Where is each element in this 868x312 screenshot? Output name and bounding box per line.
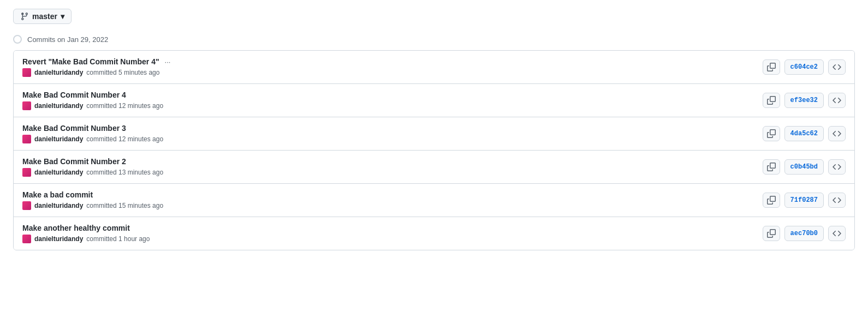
- copy-icon: [767, 96, 776, 105]
- commit-author: danielturidandy: [34, 135, 83, 143]
- commit-time: committed 1 hour ago: [86, 235, 150, 243]
- browse-code-button[interactable]: [828, 159, 846, 175]
- commit-ellipsis-button[interactable]: ···: [164, 58, 172, 66]
- code-icon: [833, 96, 841, 105]
- commit-actions: 71f0287: [763, 193, 846, 208]
- commit-hash-button[interactable]: aec70b0: [784, 226, 824, 241]
- commit-meta: danielturidandy committed 12 minutes ago: [22, 135, 763, 143]
- date-header-text: Commits on Jan 29, 2022: [27, 35, 108, 44]
- copy-hash-button[interactable]: [763, 59, 780, 75]
- commit-time: committed 15 minutes ago: [86, 202, 163, 209]
- code-icon: [833, 129, 841, 138]
- branch-selector[interactable]: master ▾: [13, 9, 72, 24]
- commit-meta: danielturidandy committed 1 hour ago: [22, 235, 763, 243]
- browse-code-button[interactable]: [828, 226, 846, 241]
- commit-actions: aec70b0: [763, 226, 846, 241]
- commit-row: Make Bad Commit Number 3 danielturidandy…: [14, 117, 854, 151]
- commit-hash-button[interactable]: 4da5c62: [784, 126, 824, 141]
- commit-author: danielturidandy: [34, 169, 83, 176]
- commits-date-header: Commits on Jan 29, 2022: [13, 35, 855, 44]
- commit-info: Make a bad commit danielturidandy commit…: [22, 190, 763, 210]
- copy-hash-button[interactable]: [763, 193, 780, 208]
- commit-meta: danielturidandy committed 12 minutes ago: [22, 101, 763, 110]
- commit-info: Make Bad Commit Number 4 danielturidandy…: [22, 91, 763, 110]
- browse-code-button[interactable]: [828, 126, 846, 141]
- commit-info: Revert "Make Bad Commit Number 4" ··· da…: [22, 57, 763, 77]
- commit-meta: danielturidandy committed 13 minutes ago: [22, 168, 763, 177]
- avatar: [22, 135, 31, 143]
- commit-title: Make Bad Commit Number 4: [22, 91, 763, 99]
- commit-actions: c0b45bd: [763, 159, 846, 175]
- code-icon: [833, 196, 841, 205]
- branch-dropdown-arrow: ▾: [61, 12, 64, 21]
- code-icon: [833, 63, 841, 71]
- commit-hash-button[interactable]: ef3ee32: [784, 93, 824, 108]
- commit-author: danielturidandy: [34, 69, 83, 76]
- commit-title-text: Make Bad Commit Number 3: [22, 124, 126, 133]
- browse-code-button[interactable]: [828, 59, 846, 75]
- copy-hash-button[interactable]: [763, 226, 780, 241]
- commit-title: Make Bad Commit Number 3: [22, 124, 763, 133]
- commit-hash-button[interactable]: c604ce2: [784, 59, 824, 75]
- commit-row: Revert "Make Bad Commit Number 4" ··· da…: [14, 51, 854, 84]
- commit-row: Make Bad Commit Number 2 danielturidandy…: [14, 151, 854, 184]
- commit-time: committed 5 minutes ago: [86, 69, 159, 76]
- commit-time: committed 13 minutes ago: [86, 169, 163, 176]
- commit-info: Make another healthy commit danielturida…: [22, 224, 763, 243]
- commit-author: danielturidandy: [34, 235, 83, 243]
- commit-row: Make another healthy commit danielturida…: [14, 217, 854, 250]
- branch-label: master: [32, 12, 57, 21]
- copy-icon: [767, 163, 776, 171]
- copy-hash-button[interactable]: [763, 126, 780, 141]
- commit-title-text: Make another healthy commit: [22, 224, 130, 232]
- commit-row: Make a bad commit danielturidandy commit…: [14, 184, 854, 217]
- browse-code-button[interactable]: [828, 193, 846, 208]
- avatar: [22, 201, 31, 210]
- commit-info: Make Bad Commit Number 2 danielturidandy…: [22, 157, 763, 177]
- commit-actions: ef3ee32: [763, 93, 846, 108]
- commit-title-text: Make a bad commit: [22, 190, 93, 199]
- browse-code-button[interactable]: [828, 93, 846, 108]
- commit-title-text: Revert "Make Bad Commit Number 4": [22, 57, 159, 66]
- timeline-circle-icon: [13, 35, 22, 44]
- avatar: [22, 68, 31, 77]
- copy-icon: [767, 196, 776, 205]
- commit-author: danielturidandy: [34, 202, 83, 209]
- commit-title: Revert "Make Bad Commit Number 4" ···: [22, 57, 763, 66]
- code-icon: [833, 229, 841, 238]
- commit-meta: danielturidandy committed 5 minutes ago: [22, 68, 763, 77]
- commits-list: Revert "Make Bad Commit Number 4" ··· da…: [13, 50, 855, 250]
- copy-icon: [767, 229, 776, 238]
- copy-hash-button[interactable]: [763, 93, 780, 108]
- commit-title-text: Make Bad Commit Number 4: [22, 91, 126, 99]
- commit-info: Make Bad Commit Number 3 danielturidandy…: [22, 124, 763, 143]
- copy-icon: [767, 129, 776, 138]
- commit-meta: danielturidandy committed 15 minutes ago: [22, 201, 763, 210]
- commit-actions: c604ce2: [763, 59, 846, 75]
- avatar: [22, 235, 31, 243]
- commit-title: Make another healthy commit: [22, 224, 763, 232]
- commit-title-text: Make Bad Commit Number 2: [22, 157, 126, 166]
- commit-row: Make Bad Commit Number 4 danielturidandy…: [14, 84, 854, 117]
- avatar: [22, 168, 31, 177]
- commit-title: Make a bad commit: [22, 190, 763, 199]
- commit-author: danielturidandy: [34, 102, 83, 110]
- branch-icon: [20, 12, 29, 21]
- commit-time: committed 12 minutes ago: [86, 135, 163, 143]
- copy-icon: [767, 63, 776, 71]
- commit-actions: 4da5c62: [763, 126, 846, 141]
- commit-title: Make Bad Commit Number 2: [22, 157, 763, 166]
- avatar: [22, 101, 31, 110]
- copy-hash-button[interactable]: [763, 159, 780, 175]
- commit-hash-button[interactable]: 71f0287: [784, 193, 824, 208]
- commit-hash-button[interactable]: c0b45bd: [784, 159, 824, 175]
- code-icon: [833, 163, 841, 171]
- commit-time: committed 12 minutes ago: [86, 102, 163, 110]
